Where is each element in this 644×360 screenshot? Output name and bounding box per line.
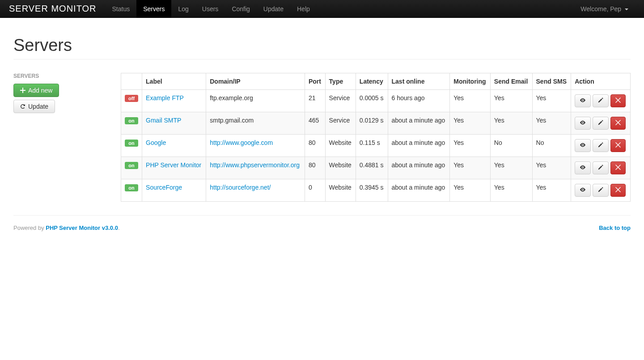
column-header: Send SMS	[532, 73, 571, 90]
cell-latency: 0.3945 s	[356, 179, 388, 202]
cell-port: 21	[305, 90, 325, 112]
cell-monitoring: Yes	[450, 179, 491, 202]
page-title: Servers	[13, 36, 631, 55]
view-button[interactable]	[575, 94, 591, 107]
column-header	[121, 73, 142, 90]
eye-icon	[580, 97, 586, 105]
delete-button[interactable]	[610, 117, 626, 130]
column-header: Latency	[356, 73, 388, 90]
status-badge: off	[125, 95, 138, 102]
server-domain-link[interactable]: http://www.phpservermonitor.org	[210, 161, 300, 169]
server-domain-link[interactable]: http://www.google.com	[210, 139, 273, 146]
server-domain-link[interactable]: http://sourceforge.net/	[210, 184, 271, 191]
cell-latency: 0.0005 s	[356, 90, 388, 112]
eye-icon	[580, 119, 586, 127]
edit-button[interactable]	[593, 117, 609, 130]
add-new-button[interactable]: Add new	[13, 84, 59, 97]
nav-item-users[interactable]: Users	[195, 0, 225, 18]
table-row: onSourceForgehttp://sourceforge.net/0Web…	[121, 179, 631, 202]
view-button[interactable]	[575, 139, 591, 152]
plus-icon	[20, 88, 25, 93]
cell-sms: Yes	[532, 90, 571, 112]
delete-button[interactable]	[610, 161, 626, 174]
delete-button[interactable]	[610, 184, 626, 197]
edit-button[interactable]	[593, 184, 609, 197]
nav-item-help[interactable]: Help	[290, 0, 317, 18]
navbar: SERVER MONITOR StatusServersLogUsersConf…	[0, 0, 644, 18]
cell-email: Yes	[490, 157, 532, 179]
pencil-icon	[597, 142, 604, 149]
page-header: Servers	[13, 36, 631, 59]
chevron-down-icon	[625, 8, 628, 10]
cell-email: Yes	[490, 90, 532, 112]
server-domain: smtp.gmail.com	[206, 112, 305, 135]
cell-monitoring: Yes	[450, 90, 491, 112]
eye-icon	[580, 186, 586, 194]
main-content: LabelDomain/IPPortTypeLatencyLast online…	[121, 73, 631, 202]
column-header: Last online	[388, 73, 450, 90]
view-button[interactable]	[575, 117, 591, 130]
close-icon	[615, 187, 621, 194]
table-row: onGmail SMTPsmtp.gmail.com465Service0.01…	[121, 112, 631, 135]
nav-item-servers[interactable]: Servers	[136, 0, 171, 18]
footer-credits: Powered by PHP Server Monitor v3.0.0.	[13, 224, 120, 231]
cell-email: Yes	[490, 112, 532, 135]
nav-item-update[interactable]: Update	[257, 0, 290, 18]
brand[interactable]: SERVER MONITOR	[9, 4, 97, 14]
welcome-user: Welcome, Pep	[574, 0, 635, 18]
cell-sms: No	[532, 135, 571, 157]
server-label-link[interactable]: Example FTP	[146, 94, 184, 102]
nav-item-config[interactable]: Config	[225, 0, 256, 18]
cell-last_online: about a minute ago	[388, 179, 450, 202]
cell-latency: 0.0129 s	[356, 112, 388, 135]
servers-table: LabelDomain/IPPortTypeLatencyLast online…	[121, 73, 631, 202]
edit-button[interactable]	[593, 161, 609, 174]
server-label-link[interactable]: Gmail SMTP	[146, 117, 181, 124]
sidebar: SERVERS Add new Update	[13, 73, 121, 202]
delete-button[interactable]	[610, 139, 626, 152]
product-link[interactable]: PHP Server Monitor v3.0.0	[46, 224, 118, 231]
edit-button[interactable]	[593, 139, 609, 152]
nav-item-status[interactable]: Status	[106, 0, 137, 18]
nav-item-log[interactable]: Log	[171, 0, 195, 18]
status-badge: on	[125, 162, 138, 169]
cell-monitoring: Yes	[450, 157, 491, 179]
view-button[interactable]	[575, 184, 591, 197]
update-button[interactable]: Update	[13, 100, 55, 113]
cell-port: 0	[305, 179, 325, 202]
cell-port: 80	[305, 135, 325, 157]
status-badge: on	[125, 184, 138, 191]
server-label-link[interactable]: SourceForge	[146, 184, 182, 191]
cell-last_online: about a minute ago	[388, 135, 450, 157]
cell-latency: 0.115 s	[356, 135, 388, 157]
close-icon	[615, 142, 621, 149]
cell-last_online: 6 hours ago	[388, 90, 450, 112]
pencil-icon	[597, 164, 604, 172]
status-badge: on	[125, 140, 138, 147]
cell-monitoring: Yes	[450, 112, 491, 135]
column-header: Label	[142, 73, 206, 90]
status-badge: on	[125, 117, 138, 124]
cell-type: Website	[325, 135, 356, 157]
pencil-icon	[597, 186, 604, 194]
sidebar-heading: SERVERS	[13, 73, 112, 79]
back-to-top-link[interactable]: Back to top	[599, 224, 631, 231]
cell-type: Website	[325, 157, 356, 179]
cell-port: 80	[305, 157, 325, 179]
cell-sms: Yes	[532, 112, 571, 135]
server-label-link[interactable]: PHP Server Monitor	[146, 161, 201, 169]
close-icon	[615, 165, 621, 171]
cell-sms: Yes	[532, 157, 571, 179]
cell-monitoring: Yes	[450, 135, 491, 157]
server-domain: ftp.example.org	[206, 90, 305, 112]
pencil-icon	[597, 119, 604, 127]
table-row: onPHP Server Monitorhttp://www.phpserver…	[121, 157, 631, 179]
view-button[interactable]	[575, 161, 591, 174]
server-label-link[interactable]: Google	[146, 139, 166, 146]
nav-user-menu[interactable]: Welcome, Pep	[574, 0, 635, 18]
edit-button[interactable]	[593, 94, 609, 107]
cell-email: No	[490, 135, 532, 157]
nav: StatusServersLogUsersConfigUpdateHelp	[106, 0, 574, 18]
close-icon	[615, 120, 621, 127]
delete-button[interactable]	[610, 94, 626, 107]
